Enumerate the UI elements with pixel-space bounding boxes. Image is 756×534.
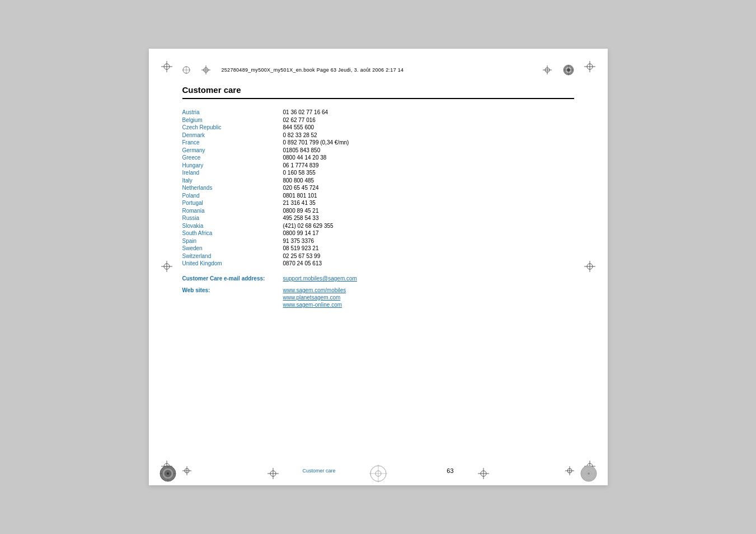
email-value[interactable]: support.mobiles@sagem.com: [283, 275, 357, 282]
country-phone: 020 65 45 724: [283, 185, 319, 191]
svg-point-41: [167, 472, 169, 475]
main-content: Customer care Austria01 36 02 77 16 64Be…: [182, 85, 574, 441]
country-name: Romania: [182, 208, 283, 214]
country-row: Poland0801 801 101: [182, 193, 574, 199]
country-row: Slovakia(421) 02 68 629 355: [182, 223, 574, 229]
country-name: Hungary: [182, 162, 283, 168]
country-name: Sweden: [182, 245, 283, 251]
reg-mark-mid-left: [161, 261, 172, 273]
country-row: United Kingdom0870 24 05 613: [182, 260, 574, 266]
country-row: Greece0800 44 14 20 38: [182, 154, 574, 161]
country-row: Netherlands020 65 45 724: [182, 185, 574, 191]
email-label: Customer Care e-mail address:: [182, 275, 283, 282]
deco-circle-bottom-left: [159, 465, 177, 483]
country-phone: 800 800 485: [283, 177, 314, 184]
country-phone: 91 375 3376: [283, 238, 314, 244]
web-links: www.sagem.com/mobileswww.planetsagem.com…: [283, 287, 346, 308]
contact-section: Customer Care e-mail address: support.mo…: [182, 275, 574, 308]
reg-mark-top-left: [161, 61, 172, 73]
document-sheet: 252780489_my500X_my501X_en.book Page 63 …: [149, 49, 608, 485]
country-phone: 844 555 600: [283, 124, 314, 130]
deco-crosshair-bottom-center-right: [478, 468, 489, 479]
country-phone: 0870 24 05 613: [283, 260, 322, 266]
country-name: Netherlands: [182, 185, 283, 191]
country-table: Austria01 36 02 77 16 64Belgium02 62 77 …: [182, 109, 574, 266]
country-name: Italy: [182, 177, 283, 184]
country-name: South Africa: [182, 230, 283, 236]
country-row: France0 892 701 799 (0,34 €/mn): [182, 139, 574, 146]
country-name: Czech Republic: [182, 124, 283, 130]
country-phone: 06 1 7774 839: [283, 162, 319, 168]
deco-circle-bottom-right: [580, 465, 598, 483]
country-name: United Kingdom: [182, 260, 283, 266]
header-deco-right: [563, 64, 574, 76]
header-crosshair-right: [543, 65, 552, 74]
country-row: Sweden08 519 923 21: [182, 245, 574, 251]
country-row: Ireland0 160 58 355: [182, 170, 574, 176]
country-phone: 02 25 67 53 99: [283, 253, 321, 259]
country-name: Switzerland: [182, 253, 283, 259]
country-name: France: [182, 139, 283, 146]
country-name: Greece: [182, 154, 283, 161]
country-name: Spain: [182, 238, 283, 244]
country-row: Hungary06 1 7774 839: [182, 162, 574, 168]
country-name: Austria: [182, 109, 283, 115]
country-row: Switzerland02 25 67 53 99: [182, 253, 574, 259]
web-row: Web sites: www.sagem.com/mobileswww.plan…: [182, 287, 574, 308]
web-link[interactable]: www.sagem.com/mobiles: [283, 287, 346, 293]
country-phone: 0801 801 101: [283, 193, 317, 199]
country-phone: (421) 02 68 629 355: [283, 223, 334, 229]
country-row: Italy800 800 485: [182, 177, 574, 184]
country-phone: 495 258 54 33: [283, 215, 319, 221]
reg-mark-mid-right: [584, 261, 595, 273]
email-link[interactable]: support.mobiles@sagem.com: [283, 275, 357, 282]
bottom-decorations: [149, 465, 608, 483]
header-crosshair: [201, 65, 210, 74]
country-phone: 0800 44 14 20 38: [283, 154, 327, 161]
country-row: South Africa0800 99 14 17: [182, 230, 574, 236]
web-link[interactable]: www.sagem-online.com: [283, 302, 346, 308]
country-phone: 0 892 701 799 (0,34 €/mn): [283, 139, 349, 146]
country-row: Czech Republic844 555 600: [182, 124, 574, 130]
country-phone: 0 82 33 28 52: [283, 132, 317, 138]
country-name: Belgium: [182, 117, 283, 123]
header-circle-left: [182, 66, 190, 74]
country-row: Russia495 258 54 33: [182, 215, 574, 221]
country-phone: 02 62 77 016: [283, 117, 316, 123]
country-phone: 0 160 58 355: [283, 170, 316, 176]
country-row: Germany01805 843 850: [182, 147, 574, 153]
country-name: Russia: [182, 215, 283, 221]
country-phone: 0800 99 14 17: [283, 230, 319, 236]
country-name: Slovakia: [182, 223, 283, 229]
section-title: Customer care: [182, 85, 574, 99]
web-label: Web sites:: [182, 287, 283, 293]
country-row: Austria01 36 02 77 16 64: [182, 109, 574, 115]
email-row: Customer Care e-mail address: support.mo…: [182, 275, 574, 282]
country-phone: 21 316 41 35: [283, 200, 316, 206]
country-phone: 01 36 02 77 16 64: [283, 109, 328, 115]
country-phone: 08 519 923 21: [283, 245, 319, 251]
country-name: Poland: [182, 193, 283, 199]
country-row: Spain91 375 3376: [182, 238, 574, 244]
deco-circle-bottom-center: [369, 465, 387, 483]
country-phone: 0800 89 45 21: [283, 208, 319, 214]
file-info-text: 252780489_my500X_my501X_en.book Page 63 …: [222, 67, 404, 73]
country-name: Ireland: [182, 170, 283, 176]
outer-page: 252780489_my500X_my501X_en.book Page 63 …: [0, 0, 756, 534]
reg-mark-top-right: [584, 61, 595, 73]
country-phone: 01805 843 850: [283, 147, 321, 153]
country-row: Portugal21 316 41 35: [182, 200, 574, 206]
country-name: Denmark: [182, 132, 283, 138]
deco-crosshair-bottom-center-left: [267, 468, 279, 479]
country-row: Belgium02 62 77 016: [182, 117, 574, 123]
country-row: Romania0800 89 45 21: [182, 208, 574, 214]
country-name: Germany: [182, 147, 283, 153]
header-bar: 252780489_my500X_my501X_en.book Page 63 …: [182, 64, 574, 76]
web-link[interactable]: www.planetsagem.com: [283, 294, 346, 301]
country-row: Denmark0 82 33 28 52: [182, 132, 574, 138]
country-name: Portugal: [182, 200, 283, 206]
